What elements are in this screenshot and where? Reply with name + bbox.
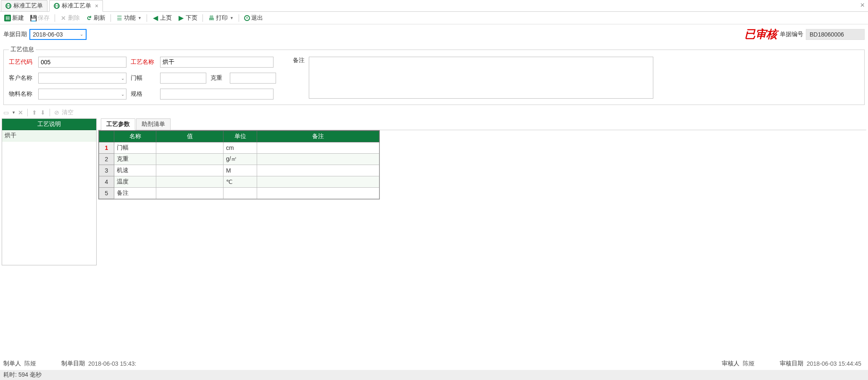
cust-label: 客户名称 (9, 74, 34, 82)
cell-unit[interactable]: g/㎡ (224, 154, 257, 165)
up-icon[interactable]: ⬆ (31, 109, 38, 116)
fieldset-legend: 工艺信息 (9, 46, 36, 53)
save-label: 保存 (38, 14, 50, 22)
list-item[interactable]: 烘干 (2, 130, 96, 142)
cell-value[interactable] (156, 165, 224, 176)
doc-date-input[interactable]: 2018-06-03 ⌄ (29, 29, 87, 40)
cell-remark[interactable] (257, 165, 379, 176)
cell-remark[interactable] (257, 154, 379, 165)
col-name[interactable]: 名称 (114, 131, 156, 142)
new-button[interactable]: ▤新建 (2, 13, 26, 23)
table-row[interactable]: 2克重g/㎡ (99, 154, 379, 165)
delete-icon: ✕ (60, 15, 67, 21)
cell-name[interactable]: 机速 (114, 165, 156, 176)
creator-value: 陈娅 (24, 360, 36, 367)
mat-combo[interactable]: ⌄ (38, 89, 126, 100)
table-row[interactable]: 5备注 (99, 188, 379, 199)
cell-unit[interactable]: M (224, 165, 257, 176)
table-row[interactable]: 4温度℃ (99, 176, 379, 188)
cell-unit[interactable]: cm (224, 142, 257, 154)
next-page-button[interactable]: ▶下页 (175, 13, 200, 23)
tab-bar: 标准工艺单 标准工艺单 × × (0, 0, 868, 12)
new-label: 新建 (12, 14, 24, 22)
width-label: 门幅 (131, 74, 156, 82)
globe-icon (54, 3, 60, 9)
refresh-icon: ↻ (86, 15, 92, 21)
header-row: 单据日期 2018-06-03 ⌄ 已审核 单据编号 BD18060006 (0, 24, 868, 44)
cell-name[interactable]: 备注 (114, 188, 156, 199)
cell-remark[interactable] (257, 188, 379, 199)
left-panel-header: 工艺说明 (2, 119, 96, 130)
function-button[interactable]: ☰功能▼ (113, 13, 144, 23)
cell-name[interactable]: 温度 (114, 176, 156, 188)
refresh-button[interactable]: ↻刷新 (83, 13, 108, 23)
separator (27, 109, 28, 116)
next-label: 下页 (186, 14, 197, 22)
disk-icon[interactable]: ▭ (3, 109, 9, 116)
down-icon[interactable]: ⬇ (39, 109, 46, 116)
toolbar: ▤新建 💾保存 ✕删除 ↻刷新 ☰功能▼ ◀上页 ▶下页 🖶打印▼ ×退出 (0, 12, 868, 24)
chevron-down-icon: ⌄ (80, 32, 83, 37)
save-button[interactable]: 💾保存 (27, 13, 52, 23)
tab-label: 标准工艺单 (62, 2, 91, 10)
exit-icon: × (244, 15, 250, 21)
cell-unit[interactable]: ℃ (224, 176, 257, 188)
table-row[interactable]: 3机速M (99, 165, 379, 176)
tab-standard-2[interactable]: 标准工艺单 × (49, 0, 103, 12)
sub-tabs: 工艺参数 助剂清单 (98, 118, 866, 130)
code-input[interactable] (38, 57, 126, 68)
separator (147, 14, 147, 22)
cell-value[interactable] (156, 176, 224, 188)
tab-params[interactable]: 工艺参数 (101, 118, 135, 130)
row-number: 1 (99, 142, 114, 154)
cell-value[interactable] (156, 142, 224, 154)
audit-date-value: 2018-06-03 15:44:45 (807, 360, 861, 367)
delete-icon[interactable]: ✕ (17, 109, 24, 116)
separator (50, 109, 50, 116)
arrow-right-icon: ▶ (178, 15, 184, 21)
cell-value[interactable] (156, 188, 224, 199)
col-unit[interactable]: 单位 (224, 131, 257, 142)
mat-label: 物料名称 (9, 90, 34, 98)
cust-combo[interactable]: ⌄ (38, 73, 126, 84)
weight-label: 克重 (210, 74, 226, 82)
clear-icon[interactable]: ⊘ (53, 109, 60, 116)
spec-label: 规格 (131, 90, 156, 98)
col-remark[interactable]: 备注 (257, 131, 379, 142)
save-icon: 💾 (30, 15, 37, 21)
tab-additive[interactable]: 助剂清单 (136, 118, 171, 130)
cell-unit[interactable] (224, 188, 257, 199)
chevron-down-icon: ▼ (230, 16, 234, 20)
width-input[interactable] (160, 73, 206, 84)
prev-label: 上页 (160, 14, 172, 22)
window-close-icon[interactable]: × (860, 1, 865, 10)
delete-button[interactable]: ✕删除 (58, 13, 82, 23)
separator (239, 14, 239, 22)
exit-button[interactable]: ×退出 (242, 13, 266, 23)
tab-label: 标准工艺单 (13, 2, 43, 10)
refresh-label: 刷新 (94, 14, 105, 22)
exit-label: 退出 (251, 14, 263, 22)
col-value[interactable]: 值 (156, 131, 224, 142)
separator (110, 14, 111, 22)
tab-standard-1[interactable]: 标准工艺单 (1, 0, 47, 11)
print-button[interactable]: 🖶打印▼ (205, 13, 236, 23)
prev-page-button[interactable]: ◀上页 (150, 13, 174, 23)
name-input[interactable] (160, 57, 274, 68)
remark-textarea[interactable] (309, 57, 653, 99)
right-panel: 工艺参数 助剂清单 名称 值 单位 备注 1门幅cm2克重g/㎡3机速M4温度 (98, 118, 866, 265)
spec-input[interactable] (160, 89, 274, 100)
close-icon[interactable]: × (95, 3, 98, 9)
separator (203, 14, 203, 22)
chevron-down-icon: ⌄ (121, 76, 124, 81)
cell-name[interactable]: 克重 (114, 154, 156, 165)
cell-remark[interactable] (257, 176, 379, 188)
cell-remark[interactable] (257, 142, 379, 154)
doc-no-value: BD18060006 (806, 29, 865, 40)
cell-value[interactable] (156, 154, 224, 165)
weight-input[interactable] (230, 73, 276, 84)
cell-name[interactable]: 门幅 (114, 142, 156, 154)
table-row[interactable]: 1门幅cm (99, 142, 379, 154)
footer: 制单人陈娅 制单日期2018-06-03 15:43: 审核人陈娅 审核日期20… (0, 358, 868, 369)
new-icon: ▤ (4, 15, 11, 21)
